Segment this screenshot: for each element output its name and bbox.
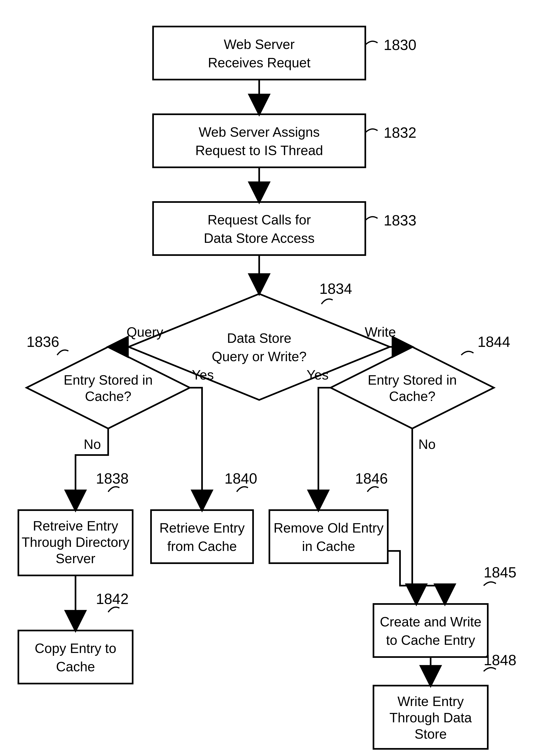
edge-label-no-left: No [84,437,101,452]
node-1848-ref: 1848 [484,652,516,668]
edge-label-no-right: No [418,437,436,452]
node-1834-ref: 1834 [320,281,352,297]
node-1846-ref: 1846 [355,470,388,487]
node-1832: Web Server Assigns Request to IS Thread … [153,114,416,167]
node-1833: Request Calls for Data Store Access 1833 [153,202,416,255]
node-1830-line2: Receives Requet [208,55,311,70]
edge-1844-1845 [412,429,445,604]
edge-1844-1846 [318,388,331,510]
node-1848-line2: Through Data [389,710,472,725]
node-1842-ref: 1842 [96,591,129,607]
node-1840-ref: 1840 [224,470,257,487]
edge-label-yes-left: Yes [192,367,214,382]
node-1840-line2: from Cache [167,539,237,554]
node-1833-line1: Request Calls for [207,212,311,227]
node-1838-line2: Through Directory [22,535,129,550]
node-1834-line2: Query or Write? [212,349,307,364]
node-1844-line2: Cache? [389,389,436,404]
node-1840: Retrieve Entry from Cache 1840 [151,470,257,563]
node-1846-line1: Remove Old Entry [273,520,383,536]
node-1838-line3: Server [56,551,95,566]
node-1833-ref: 1833 [384,212,416,228]
svg-rect-7 [151,510,253,563]
svg-rect-1 [153,114,365,167]
edge-label-write: Write [365,324,396,339]
node-1838-ref: 1838 [96,470,129,487]
node-1836-line2: Cache? [85,389,131,404]
node-1844-ref: 1844 [477,334,510,350]
svg-rect-2 [153,202,365,255]
node-1836-line1: Entry Stored in [64,372,153,388]
node-1840-line1: Retrieve Entry [159,520,245,536]
node-1846-line2: in Cache [302,539,355,554]
node-1848-line3: Store [415,726,447,741]
node-1832-line1: Web Server Assigns [199,124,320,140]
svg-rect-9 [18,631,133,684]
node-1848-line1: Write Entry [397,694,464,709]
node-1833-line2: Data Store Access [204,231,315,246]
node-1845-line1: Create and Write [380,614,481,629]
node-1834-line1: Data Store [227,330,291,346]
node-1842-line1: Copy Entry to [35,641,116,656]
flowchart-canvas: Web Server Receives Requet 1830 Web Serv… [0,0,540,756]
node-1842-line2: Cache [56,659,95,674]
svg-rect-10 [373,604,488,657]
node-1844-line1: Entry Stored in [368,372,457,388]
svg-rect-0 [153,27,365,79]
node-1832-ref: 1832 [384,124,416,141]
edge-1836-1840 [190,388,202,510]
edge-label-query: Query [127,324,163,339]
node-1845-line2: to Cache Entry [386,633,475,648]
node-1830-line1: Web Server [224,37,295,52]
node-1845-ref: 1845 [484,564,516,580]
edge-label-yes-right: Yes [307,367,329,382]
node-1832-line2: Request to IS Thread [195,143,323,158]
node-1838-line1: Retreive Entry [33,518,118,533]
node-1836-ref: 1836 [27,334,59,350]
node-1830: Web Server Receives Requet 1830 [153,27,416,79]
svg-rect-8 [269,510,388,563]
node-1845: Create and Write to Cache Entry 1845 [373,564,516,657]
node-1848: Write Entry Through Data Store 1848 [373,652,516,749]
node-1846: Remove Old Entry in Cache 1846 [269,470,388,563]
node-1830-ref: 1830 [384,37,416,53]
